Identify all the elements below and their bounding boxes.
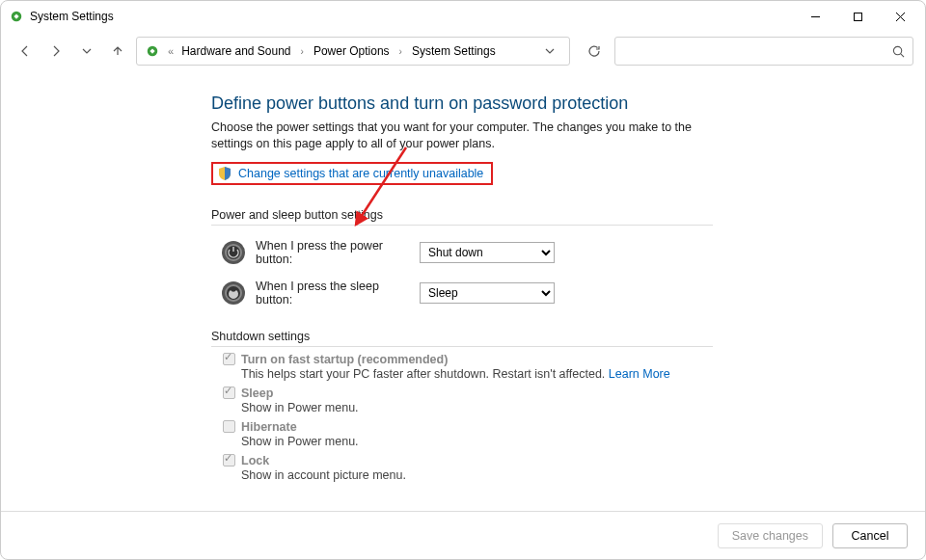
location-icon	[145, 43, 160, 59]
sleep-desc: Show in Power menu.	[241, 401, 902, 414]
nav-row: « Hardware and Sound › Power Options › S…	[1, 32, 925, 70]
power-button-row: When I press the power button: Shut down	[221, 239, 902, 266]
shutdown-section-title: Shutdown settings	[211, 330, 713, 347]
save-button: Save changes	[718, 523, 823, 548]
annotation-arrow-icon	[348, 144, 425, 240]
breadcrumb-seg-hardware[interactable]: Hardware and Sound	[181, 44, 290, 58]
search-icon	[892, 45, 905, 58]
change-settings-highlight: Change settings that are currently unava…	[211, 162, 493, 185]
breadcrumb-seg-power[interactable]: Power Options	[313, 44, 390, 58]
hibernate-title: Hibernate	[241, 420, 297, 434]
app-icon	[9, 9, 24, 24]
address-bar[interactable]: « Hardware and Sound › Power Options › S…	[136, 37, 570, 66]
address-dropdown-button[interactable]	[538, 38, 561, 65]
titlebar: System Settings	[1, 1, 925, 32]
fast-startup-title: Turn on fast startup (recommended)	[241, 353, 448, 366]
content-area: Define power buttons and turn on passwor…	[1, 70, 925, 511]
fast-startup-desc: This helps start your PC faster after sh…	[241, 367, 902, 381]
power-section-title: Power and sleep button settings	[211, 208, 713, 226]
sleep-button-row: When I press the sleep button: Sleep	[221, 280, 902, 307]
shutdown-item-sleep: Sleep Show in Power menu.	[223, 387, 902, 414]
footer: Save changes Cancel	[1, 511, 925, 559]
up-button[interactable]	[105, 39, 130, 64]
change-settings-link[interactable]: Change settings that are currently unava…	[238, 167, 483, 180]
cancel-button[interactable]: Cancel	[832, 523, 908, 548]
lock-desc: Show in account picture menu.	[241, 468, 902, 482]
search-input[interactable]	[614, 37, 913, 66]
lock-title: Lock	[241, 454, 269, 467]
shutdown-list: Turn on fast startup (recommended) This …	[223, 353, 902, 482]
power-button-label: When I press the power button:	[256, 239, 410, 266]
svg-rect-2	[854, 13, 861, 20]
page-subtext: Choose the power settings that you want …	[211, 120, 713, 152]
chevron-right-icon: ›	[395, 46, 406, 57]
window-title: System Settings	[30, 10, 114, 23]
minimize-button[interactable]	[794, 3, 836, 30]
shutdown-item-lock: Lock Show in account picture menu.	[223, 454, 902, 482]
breadcrumb-seg-system[interactable]: System Settings	[412, 44, 496, 58]
sleep-button-label: When I press the sleep button:	[256, 280, 410, 307]
hibernate-checkbox	[223, 420, 235, 433]
learn-more-link[interactable]: Learn More	[609, 367, 670, 381]
refresh-button[interactable]	[580, 37, 609, 66]
back-button[interactable]	[13, 39, 38, 64]
lock-checkbox	[223, 454, 235, 467]
sleep-title: Sleep	[241, 387, 273, 400]
power-button-select[interactable]: Shut down	[420, 242, 555, 263]
svg-line-7	[901, 53, 904, 56]
breadcrumb-prefix: «	[166, 45, 176, 57]
forward-button[interactable]	[43, 39, 68, 64]
sleep-checkbox	[223, 387, 235, 399]
window: System Settings « Hardwar	[0, 0, 926, 560]
svg-point-6	[893, 46, 901, 54]
shield-icon	[217, 166, 232, 181]
close-button[interactable]	[879, 3, 921, 30]
shutdown-item-fast-startup: Turn on fast startup (recommended) This …	[223, 353, 902, 381]
shutdown-item-hibernate: Hibernate Show in Power menu.	[223, 420, 902, 448]
power-icon	[221, 240, 246, 265]
sleep-button-select[interactable]: Sleep	[420, 282, 555, 304]
page-heading: Define power buttons and turn on passwor…	[211, 93, 902, 114]
maximize-button[interactable]	[836, 3, 879, 30]
hibernate-desc: Show in Power menu.	[241, 435, 902, 448]
fast-startup-checkbox	[223, 353, 235, 365]
recent-dropdown-button[interactable]	[74, 39, 99, 64]
sleep-icon	[221, 280, 246, 306]
chevron-right-icon: ›	[297, 46, 308, 57]
